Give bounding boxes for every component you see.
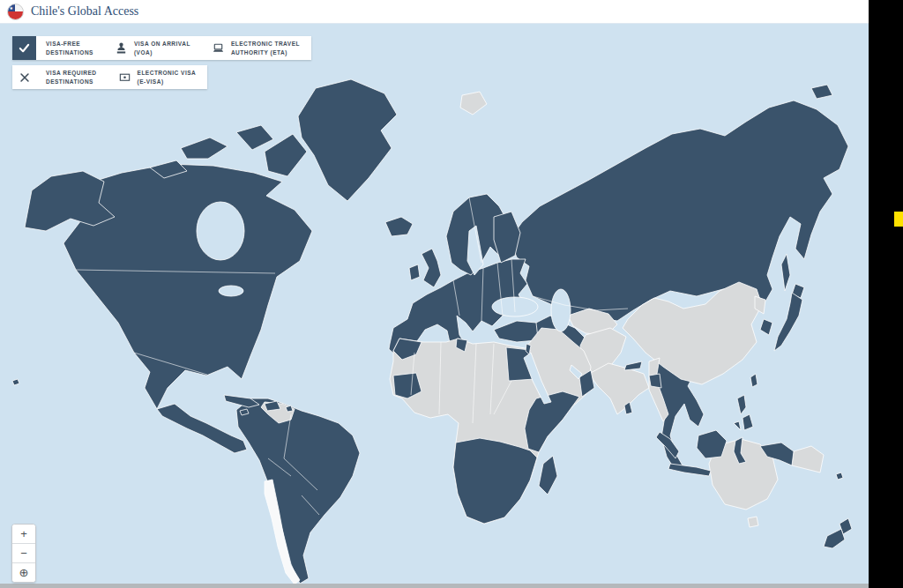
checkbox-checked[interactable] — [12, 36, 36, 60]
country-indonesia[interactable] — [697, 430, 727, 458]
country-indonesia[interactable] — [668, 464, 711, 476]
country-hawaii[interactable] — [12, 379, 19, 385]
country-philippines[interactable] — [743, 414, 753, 430]
checkbox-crossed[interactable] — [12, 65, 36, 89]
legend-row-1: VISA-FREE DESTINATIONS VISA ON ARRIVAL (… — [12, 36, 311, 60]
caspian-sea — [551, 289, 571, 331]
country-south-america[interactable] — [236, 398, 360, 584]
legend-item-visa-free: VISA-FREE DESTINATIONS — [36, 36, 105, 60]
country-cuba[interactable] — [224, 395, 259, 407]
country-svalbard[interactable] — [460, 92, 487, 115]
country-philippines[interactable] — [737, 395, 746, 414]
country-south-korea[interactable] — [760, 319, 772, 335]
stamp-icon — [115, 41, 128, 55]
black-sea — [492, 297, 538, 316]
page-title: Chile's Global Access — [31, 4, 138, 19]
legend-label-line: VISA-FREE — [46, 40, 93, 48]
country-bangladesh[interactable] — [649, 374, 661, 388]
country-north-america[interactable] — [63, 164, 312, 409]
country-papua-new-guinea[interactable] — [792, 446, 824, 473]
laptop-icon — [212, 41, 225, 55]
country-ireland[interactable] — [409, 264, 420, 280]
legend-label-line: DESTINATIONS — [46, 78, 97, 86]
country-iceland[interactable] — [385, 217, 413, 236]
scroll-marker — [894, 212, 903, 227]
country-india[interactable] — [589, 363, 649, 414]
legend-label-line: AUTHORITY (ETA) — [231, 48, 300, 56]
country-philippines[interactable] — [734, 421, 741, 430]
right-black-strip — [869, 0, 903, 588]
country-new-zealand[interactable] — [824, 529, 845, 548]
zoom-out-button[interactable]: − — [12, 544, 35, 563]
globe-reset-button[interactable]: ⊕ — [12, 563, 35, 582]
country-central-america[interactable] — [157, 404, 247, 453]
country-fiji[interactable] — [836, 473, 843, 480]
chile-flag-icon — [7, 4, 24, 20]
legend-item-visa-required: VISA REQUIRED DESTINATIONS — [36, 65, 108, 89]
legend-label-line: VISA REQUIRED — [46, 69, 97, 77]
country-taiwan[interactable] — [750, 374, 757, 387]
bottom-scrollbar-strip[interactable] — [0, 584, 869, 588]
legend-label-line: (VOA) — [134, 48, 190, 56]
hudson-bay — [197, 202, 244, 260]
legend-label-line: ELECTRONIC TRAVEL — [231, 40, 300, 48]
country-southern-africa[interactable] — [453, 438, 537, 524]
great-lakes — [219, 286, 243, 296]
country-sakhalin[interactable] — [781, 254, 790, 291]
country-madagascar[interactable] — [539, 456, 557, 495]
legend-item-evisa: ELECTRONIC VISA (E-VISA) — [108, 65, 208, 89]
legend-label-line: (E-VISA) — [138, 78, 197, 86]
country-uk[interactable] — [422, 249, 441, 287]
legend-label-line: ELECTRONIC VISA — [138, 69, 197, 77]
country-wrangel[interactable] — [811, 85, 832, 99]
zoom-in-button[interactable]: + — [12, 525, 35, 544]
legend-label-line: DESTINATIONS — [46, 48, 93, 56]
cross-icon — [19, 71, 31, 84]
map-zoom-control: + − ⊕ — [11, 524, 36, 583]
legend-item-eta: ELECTRONIC TRAVEL AUTHORITY (ETA) — [202, 36, 311, 60]
app-page: Chile's Global Access VISA-FREE DESTINAT… — [0, 0, 869, 588]
check-icon — [18, 41, 31, 55]
legend-label-line: VISA ON ARRIVAL — [134, 40, 190, 48]
app-header: Chile's Global Access — [0, 0, 869, 24]
legend-item-voa: VISA ON ARRIVAL (VOA) — [105, 36, 202, 60]
world-map[interactable] — [0, 24, 869, 584]
legend-row-2: VISA REQUIRED DESTINATIONS ELECTRONIC VI… — [12, 65, 207, 89]
country-nepal[interactable] — [624, 361, 642, 370]
card-icon — [118, 71, 131, 84]
country-arctic-islands[interactable] — [236, 125, 273, 150]
country-japan[interactable] — [774, 293, 802, 351]
country-tasmania[interactable] — [748, 517, 758, 527]
country-greenland[interactable] — [298, 79, 397, 201]
world-map-svg[interactable] — [0, 24, 869, 588]
country-arctic-islands[interactable] — [181, 138, 228, 159]
